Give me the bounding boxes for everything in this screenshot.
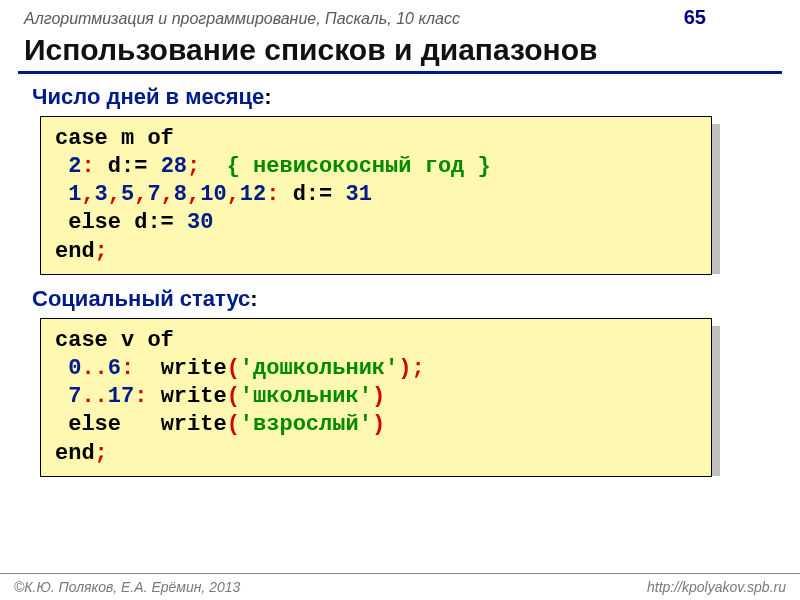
- section-label-days: Число дней в месяце:: [32, 84, 800, 110]
- page-number: 65: [684, 6, 776, 29]
- colon: :: [264, 84, 271, 109]
- code-box: case v of 0..6: write('дошкольник'); 7..…: [40, 318, 712, 477]
- code-text: case m of 2: d:= 28; { невисокосный год …: [55, 125, 697, 266]
- section-label-status: Социальный статус:: [32, 286, 800, 312]
- breadcrumb: Алгоритмизация и программирование, Паска…: [24, 10, 684, 28]
- slide: Алгоритмизация и программирование, Паска…: [0, 0, 800, 600]
- section-label-text: Социальный статус: [32, 286, 250, 311]
- code-block-days: case m of 2: d:= 28; { невисокосный год …: [40, 116, 712, 266]
- topbar: Алгоритмизация и программирование, Паска…: [0, 0, 800, 29]
- code-text: case v of 0..6: write('дошкольник'); 7..…: [55, 327, 697, 468]
- code-box: case m of 2: d:= 28; { невисокосный год …: [40, 116, 712, 275]
- page-title: Использование списков и диапазонов: [18, 33, 782, 74]
- footer-right: http://kpolyakov.spb.ru: [647, 579, 786, 595]
- section-label-text: Число дней в месяце: [32, 84, 264, 109]
- colon: :: [250, 286, 257, 311]
- footer-left: ©К.Ю. Поляков, Е.А. Ерёмин, 2013: [14, 579, 240, 595]
- code-block-status: case v of 0..6: write('дошкольник'); 7..…: [40, 318, 712, 468]
- footer: ©К.Ю. Поляков, Е.А. Ерёмин, 2013 http://…: [0, 573, 800, 600]
